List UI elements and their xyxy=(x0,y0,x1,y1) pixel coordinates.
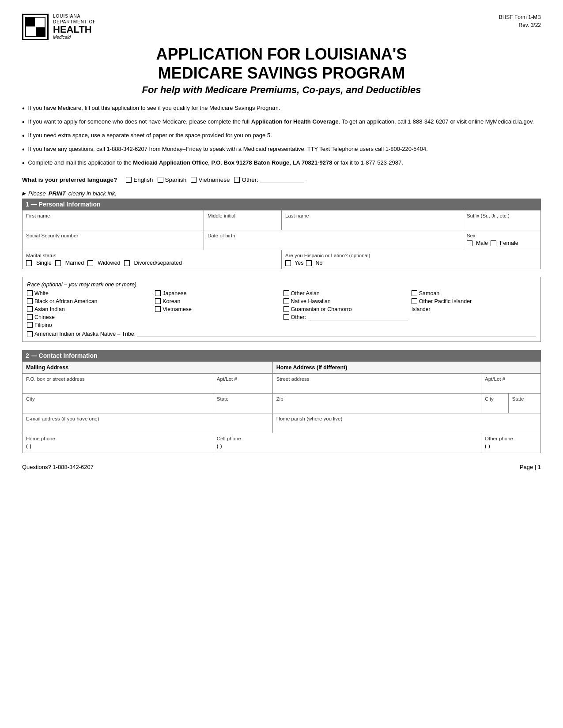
po-box-label: P.O. box or street address xyxy=(26,376,209,382)
form-ref-line1: BHSF Form 1-MB xyxy=(499,13,541,21)
single-label: Single xyxy=(36,260,52,266)
asian-indian-checkbox[interactable] xyxy=(27,306,33,312)
health-label: HEALTH xyxy=(53,25,96,34)
personal-info-table: First name Middle initial Last name Suff… xyxy=(22,210,541,269)
married-label: Married xyxy=(65,260,84,266)
spanish-checkbox[interactable] xyxy=(158,177,163,183)
other-race-checkbox[interactable] xyxy=(283,314,289,320)
race-japanese[interactable]: Japanese xyxy=(155,290,280,296)
japanese-checkbox[interactable] xyxy=(155,290,161,296)
tribe-input[interactable] xyxy=(137,331,536,337)
american-indian-checkbox[interactable] xyxy=(27,331,33,337)
race-other[interactable]: Other: xyxy=(283,314,408,320)
vietnamese-label: Vietnamese xyxy=(198,176,230,183)
filipino-checkbox[interactable] xyxy=(27,322,33,328)
marital-hispanic-row: Marital status Single Married Widowed Di… xyxy=(23,250,541,269)
samoan-checkbox[interactable] xyxy=(412,290,417,296)
other-race-input[interactable] xyxy=(308,314,408,320)
page-footer: Questions? 1-888-342-6207 Page | 1 xyxy=(22,464,541,470)
address-headers-row: Mailing Address Home Address (if differe… xyxy=(23,362,541,374)
mailing-zip-cell: Zip xyxy=(272,394,481,413)
email-cell: E-mail address (if you have one) xyxy=(23,413,273,433)
white-checkbox[interactable] xyxy=(27,290,33,296)
other-pacific-checkbox[interactable] xyxy=(412,298,417,304)
hispanic-yes-checkbox[interactable] xyxy=(285,260,291,266)
home-phone-label: Home phone xyxy=(26,436,209,441)
page-header: LOUISIANA DEPARTMENT OF HEALTH Medicaid … xyxy=(22,13,541,40)
language-english-option[interactable]: English xyxy=(126,176,153,183)
other-asian-checkbox[interactable] xyxy=(283,290,289,296)
race-other-asian[interactable]: Other Asian xyxy=(283,290,408,296)
home-city-label: City xyxy=(485,396,505,402)
english-checkbox[interactable] xyxy=(126,177,132,183)
home-state-cell: State xyxy=(508,394,540,413)
home-parish-label: Home parish (where you live) xyxy=(276,416,537,421)
chinese-checkbox[interactable] xyxy=(27,314,33,320)
race-filipino[interactable]: Filipino xyxy=(27,322,151,328)
race-guamanian[interactable]: Guamanian or Chamorro xyxy=(283,306,408,312)
vietnamese-checkbox[interactable] xyxy=(191,177,196,183)
hispanic-cell: Are you Hispanic or Latino? (optional) Y… xyxy=(281,250,540,269)
email-parish-row: E-mail address (if you have one) Home pa… xyxy=(23,413,541,433)
home-parish-cell: Home parish (where you live) xyxy=(272,413,540,433)
subtitle: For help with Medicare Premiums, Co-pays… xyxy=(22,84,541,96)
bullet-5: Complete and mail this application to th… xyxy=(22,158,541,169)
race-black-african[interactable]: Black or African American xyxy=(27,298,151,304)
form-ref-line2: Rev. 3/22 xyxy=(499,21,541,29)
footer-page: Page | 1 xyxy=(520,464,541,470)
race-vietnamese[interactable]: Vietnamese xyxy=(155,306,280,312)
mailing-city-cell: City xyxy=(23,394,213,413)
language-vietnamese-option[interactable]: Vietnamese xyxy=(191,176,230,183)
bullet-3: If you need extra space, use a separate … xyxy=(22,131,541,141)
hispanic-options: Yes No xyxy=(285,260,537,266)
section1-header: 1 — Personal Information xyxy=(22,199,541,210)
widowed-checkbox[interactable] xyxy=(87,260,93,266)
race-samoan[interactable]: Samoan xyxy=(412,290,536,296)
logo-area: LOUISIANA DEPARTMENT OF HEALTH Medicaid xyxy=(22,13,96,40)
divorced-checkbox[interactable] xyxy=(124,260,130,266)
intro-bullets: If you have Medicare, fill out this appl… xyxy=(22,104,541,169)
street-row: P.O. box or street address Apt/Lot # Str… xyxy=(23,374,541,394)
svg-rect-2 xyxy=(36,27,45,36)
city-state-zip-row: City State Zip City State xyxy=(23,394,541,413)
home-phone-cell: Home phone ( ) xyxy=(23,433,213,453)
mailing-state-cell: State xyxy=(213,394,272,413)
cell-phone-cell: Cell phone ( ) xyxy=(213,433,481,453)
last-name-cell: Last name xyxy=(281,210,463,230)
single-checkbox[interactable] xyxy=(26,260,32,266)
mailing-apt-cell: Apt/Lot # xyxy=(213,374,272,394)
title-section: APPLICATION FOR LOUISIANA'S MEDICARE SAV… xyxy=(22,45,541,96)
race-white[interactable]: White xyxy=(27,290,151,296)
guamanian-checkbox[interactable] xyxy=(283,306,289,312)
other-language-input[interactable] xyxy=(260,177,304,183)
male-checkbox[interactable] xyxy=(467,240,472,246)
sex-options: Male Female xyxy=(467,240,537,246)
logo-box xyxy=(22,14,49,40)
middle-initial-label: Middle initial xyxy=(208,213,278,218)
hispanic-no-checkbox[interactable] xyxy=(306,260,312,266)
race-other-pacific[interactable]: Other Pacific Islander xyxy=(412,298,536,304)
race-chinese[interactable]: Chinese xyxy=(27,314,151,320)
divorced-label: Divorced/separated xyxy=(134,260,182,266)
race-korean[interactable]: Korean xyxy=(155,298,280,304)
race-native-hawaiian[interactable]: Native Hawaiian xyxy=(283,298,408,304)
sex-cell: Sex Male Female xyxy=(463,230,540,250)
language-other-option[interactable]: Other: xyxy=(234,176,304,183)
marital-label: Marital status xyxy=(26,253,278,258)
black-african-checkbox[interactable] xyxy=(27,298,33,304)
married-checkbox[interactable] xyxy=(55,260,61,266)
race-asian-indian[interactable]: Asian Indian xyxy=(27,306,151,312)
bullet-1: If you have Medicare, fill out this appl… xyxy=(22,104,541,114)
form-reference: BHSF Form 1-MB Rev. 3/22 xyxy=(499,13,541,29)
medicaid-label: Medicaid xyxy=(53,34,96,40)
hispanic-no-label: No xyxy=(315,260,322,266)
korean-checkbox[interactable] xyxy=(155,298,161,304)
native-hawaiian-checkbox[interactable] xyxy=(283,298,289,304)
other-language-checkbox[interactable] xyxy=(234,177,240,183)
dob-label: Date of birth xyxy=(208,233,459,238)
mailing-state-label: State xyxy=(217,396,269,402)
female-checkbox[interactable] xyxy=(491,240,496,246)
vietnamese-race-checkbox[interactable] xyxy=(155,306,161,312)
mailing-address-header: Mailing Address xyxy=(23,362,273,374)
language-spanish-option[interactable]: Spanish xyxy=(158,176,187,183)
